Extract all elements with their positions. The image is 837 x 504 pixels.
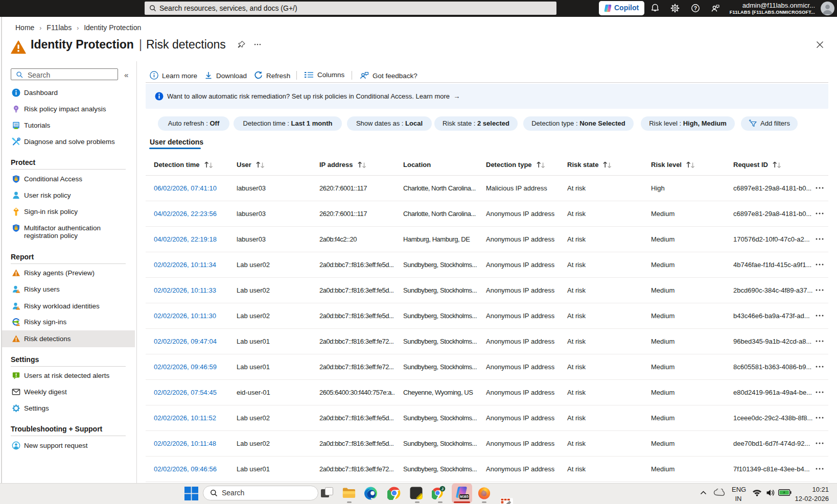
svg-text:101: 101 — [14, 124, 18, 126]
svg-text:J: J — [441, 487, 444, 491]
svg-text:?: ? — [694, 5, 697, 11]
svg-text:M365: M365 — [460, 495, 469, 498]
